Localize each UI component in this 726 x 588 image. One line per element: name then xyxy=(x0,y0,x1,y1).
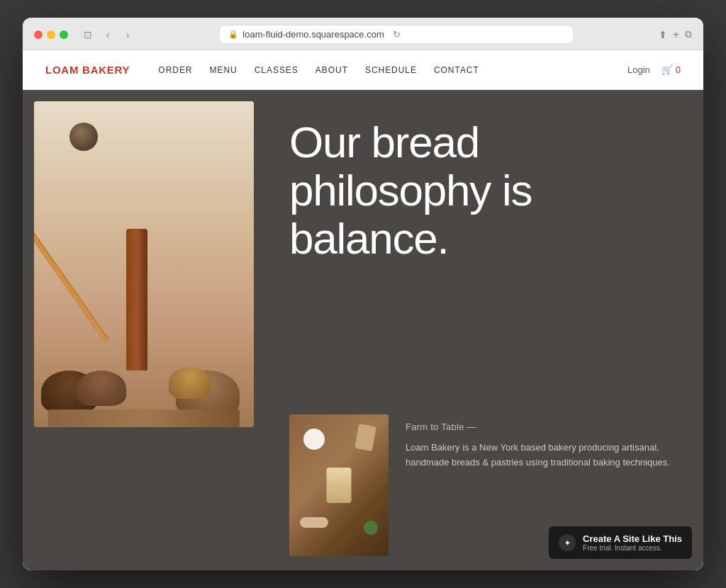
nav-menu[interactable]: MENU xyxy=(210,65,238,75)
bread-ball xyxy=(69,123,98,151)
website: LOAM BAKERY ORDER MENU CLASSES ABOUT SCH… xyxy=(23,50,703,570)
food-item-herbs xyxy=(364,521,378,535)
login-button[interactable]: Login xyxy=(627,64,650,75)
maximize-button[interactable] xyxy=(60,30,68,39)
cart-button[interactable]: 🛒 0 xyxy=(661,64,681,75)
tabs-icon[interactable]: ⧉ xyxy=(685,28,692,40)
traffic-lights xyxy=(34,30,68,39)
site-navigation: LOAM BAKERY ORDER MENU CLASSES ABOUT SCH… xyxy=(23,50,703,90)
wood-board xyxy=(48,409,240,427)
food-item-bowl xyxy=(303,429,325,450)
farm-label: Farm to Table — xyxy=(406,422,675,432)
food-item-spatula xyxy=(300,517,328,528)
forward-button[interactable]: › xyxy=(121,28,135,42)
nav-links: ORDER MENU CLASSES ABOUT SCHEDULE CONTAC… xyxy=(158,65,627,75)
food-board-photo xyxy=(289,414,389,556)
address-bar-container: 🔒 loam-fluid-demo.squarespace.com ↻ xyxy=(142,25,652,44)
browser-window: ⊡ ‹ › 🔒 loam-fluid-demo.squarespace.com … xyxy=(23,18,703,570)
sidebar-icon[interactable]: ⊡ xyxy=(81,28,95,42)
ss-badge-text: Create A Site Like This Free trial. Inst… xyxy=(583,533,682,552)
reload-icon[interactable]: ↻ xyxy=(393,29,401,40)
bread-scene xyxy=(34,101,254,427)
loaf-4 xyxy=(169,367,211,399)
minimize-button[interactable] xyxy=(47,30,55,39)
address-bar[interactable]: 🔒 loam-fluid-demo.squarespace.com ↻ xyxy=(219,25,574,44)
nav-contact[interactable]: CONTACT xyxy=(434,65,479,75)
ss-badge-title: Create A Site Like This xyxy=(583,533,682,544)
food-item-center xyxy=(327,468,352,503)
ss-badge-subtitle: Free trial. Instant access. xyxy=(583,544,682,552)
nav-about[interactable]: ABOUT xyxy=(315,65,348,75)
cart-count: 0 xyxy=(676,64,681,75)
new-tab-icon[interactable]: + xyxy=(673,28,679,41)
close-button[interactable] xyxy=(34,30,43,39)
nav-order[interactable]: ORDER xyxy=(158,65,192,75)
hero-right: Our bread philosophy is balance. xyxy=(254,90,703,570)
hero-headline: Our bread philosophy is balance. xyxy=(289,118,675,264)
bread-pile xyxy=(34,314,254,427)
farm-description: Farm to Table — Loam Bakery is a New Yor… xyxy=(406,414,675,470)
browser-chrome: ⊡ ‹ › 🔒 loam-fluid-demo.squarespace.com … xyxy=(23,18,703,50)
browser-top-bar: ⊡ ‹ › 🔒 loam-fluid-demo.squarespace.com … xyxy=(34,25,692,44)
food-item-brush xyxy=(354,424,376,451)
cart-icon-symbol: 🛒 xyxy=(661,64,673,75)
nav-right: Login 🛒 0 xyxy=(627,64,681,75)
site-logo[interactable]: LOAM BAKERY xyxy=(45,64,130,76)
farm-text: Loam Bakery is a New York based bakery p… xyxy=(406,441,675,470)
browser-actions: ⬆ + ⧉ xyxy=(659,28,692,41)
site-main: Our bread philosophy is balance. xyxy=(23,90,703,570)
hero-left-image xyxy=(34,101,254,570)
browser-controls: ⊡ ‹ › xyxy=(81,28,135,42)
nav-classes[interactable]: CLASSES xyxy=(255,65,298,75)
bread-photo xyxy=(34,101,254,427)
lock-icon: 🔒 xyxy=(228,30,238,39)
nav-schedule[interactable]: SCHEDULE xyxy=(365,65,417,75)
loaf-2 xyxy=(77,371,126,406)
squarespace-badge[interactable]: ✦ Create A Site Like This Free trial. In… xyxy=(549,526,692,559)
back-button[interactable]: ‹ xyxy=(101,28,115,42)
hero-section: Our bread philosophy is balance. xyxy=(23,90,703,570)
url-text: loam-fluid-demo.squarespace.com xyxy=(242,29,384,40)
squarespace-logo-icon: ✦ xyxy=(559,534,576,551)
food-board-bg xyxy=(289,414,389,556)
share-icon[interactable]: ⬆ xyxy=(659,29,667,40)
